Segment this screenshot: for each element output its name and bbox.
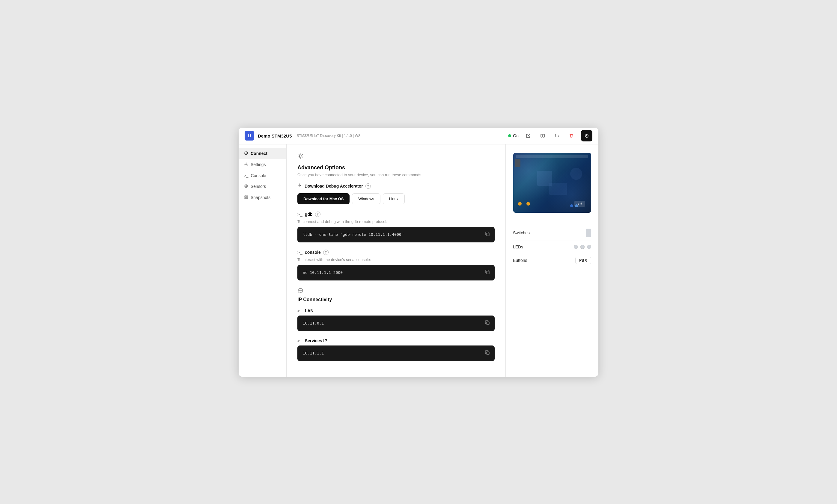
services-ip-label: Services IP [305, 338, 327, 343]
services-ip-prefix: >_ [297, 338, 302, 343]
sidebar-item-connect-label: Connect [251, 151, 267, 156]
yellow-caps [518, 202, 530, 205]
refresh-button[interactable] [552, 131, 562, 141]
console-description: To interact with the device's serial con… [297, 257, 495, 262]
usb-port [515, 159, 520, 167]
console-prefix: >_ [297, 250, 302, 255]
columns-icon [540, 133, 545, 138]
sidebar: Connect Settings >_ Console Sensors [238, 144, 287, 377]
app-window: D Demo STM32U5 STM32U5 IoT Discovery Kit… [238, 128, 599, 377]
right-panel: STi Switches LEDs [505, 144, 599, 377]
connector-strip [516, 155, 588, 158]
services-ip-section-title: >_ Services IP [297, 338, 495, 343]
sidebar-item-sensors[interactable]: Sensors [238, 181, 286, 192]
services-ip-code: 10.11.1.1 [303, 351, 324, 355]
download-help-icon[interactable]: ? [366, 183, 371, 189]
panel-section: Switches LEDs Buttons PB 0 [513, 225, 591, 268]
switches-row: Switches [513, 225, 591, 240]
device-avatar: D [245, 131, 254, 141]
ip-connectivity-section: IP Connectivity [297, 288, 495, 302]
svg-point-3 [246, 185, 247, 187]
section-description: Once you have connected to your device, … [297, 173, 495, 177]
lan-prefix: >_ [297, 308, 302, 313]
cap1 [518, 202, 522, 205]
download-btn-group: Download for Mac OS Windows Linux [297, 193, 495, 204]
download-windows-button[interactable]: Windows [352, 193, 380, 204]
download-icon [297, 183, 302, 189]
sidebar-item-sensors-label: Sensors [251, 184, 266, 189]
power-button[interactable] [581, 130, 592, 141]
refresh-icon [555, 133, 559, 138]
sidebar-item-console[interactable]: >_ Console [238, 170, 286, 181]
led2 [581, 245, 585, 249]
external-link-icon [526, 133, 531, 138]
svg-rect-10 [486, 271, 489, 274]
console-section-label: console [305, 250, 321, 255]
status-indicator: On [508, 133, 519, 138]
lan-label: LAN [305, 308, 314, 313]
gdb-code: lldb --one-line "gdb-remote 10.11.1.1:40… [303, 232, 404, 237]
console-icon: >_ [244, 174, 248, 178]
services-ip-copy-icon[interactable] [485, 350, 490, 356]
snapshots-icon [244, 195, 248, 200]
gdb-description: To connect and debug with the gdb-remote… [297, 219, 495, 224]
circle2 [575, 204, 578, 208]
switches-label: Switches [513, 230, 530, 235]
external-link-button[interactable] [523, 131, 533, 141]
advanced-options-icon [297, 153, 495, 161]
download-section-title: Download Debug Accelerator ? [297, 183, 495, 189]
svg-rect-6 [246, 196, 248, 197]
svg-rect-8 [246, 197, 248, 199]
svg-point-4 [245, 184, 248, 187]
board-image: STi [513, 153, 591, 213]
svg-rect-13 [486, 352, 489, 355]
content-area: Advanced Options Once you have connected… [287, 144, 505, 377]
lan-code-block: 10.11.0.1 [297, 316, 495, 331]
cap2 [527, 202, 530, 205]
sensors-icon [244, 184, 248, 189]
connect-icon [244, 151, 248, 156]
titlebar: D Demo STM32U5 STM32U5 IoT Discovery Kit… [238, 128, 599, 144]
download-mac-button[interactable]: Download for Mac OS [297, 193, 350, 204]
buttons-label: Buttons [513, 258, 527, 263]
console-code: nc 10.11.1.1 2000 [303, 270, 343, 275]
sidebar-item-settings-label: Settings [251, 162, 266, 167]
gdb-label: gdb [305, 212, 313, 217]
svg-rect-12 [486, 322, 489, 325]
device-meta: STM32U5 IoT Discovery Kit | 1.1.0 | WS [297, 133, 360, 138]
leds-row: LEDs [513, 240, 591, 253]
sidebar-item-snapshots-label: Snapshots [251, 195, 270, 200]
status-dot [508, 134, 511, 137]
titlebar-left: D Demo STM32U5 STM32U5 IoT Discovery Kit… [245, 131, 508, 141]
sidebar-item-snapshots[interactable]: Snapshots [238, 192, 286, 203]
svg-point-2 [246, 164, 247, 165]
buttons-value: PB 0 [575, 257, 591, 264]
circle1 [570, 204, 573, 208]
sidebar-item-settings[interactable]: Settings [238, 159, 286, 170]
lan-copy-icon[interactable] [485, 320, 490, 326]
buttons-row: Buttons PB 0 [513, 253, 591, 268]
trash-icon [569, 133, 574, 138]
sidebar-item-connect[interactable]: Connect [238, 148, 286, 159]
switch-indicator [586, 229, 591, 237]
leds-label: LEDs [513, 245, 523, 249]
delete-button[interactable] [567, 131, 576, 141]
gdb-help-icon[interactable]: ? [315, 212, 320, 217]
svg-rect-1 [543, 134, 545, 137]
console-copy-icon[interactable] [485, 270, 490, 276]
download-linux-button[interactable]: Linux [383, 193, 405, 204]
ip-connectivity-icon [297, 288, 495, 295]
gdb-copy-icon[interactable] [485, 232, 490, 238]
svg-rect-9 [486, 233, 489, 236]
gdb-prefix: >_ [297, 212, 302, 217]
columns-button[interactable] [538, 131, 547, 141]
sidebar-item-console-label: Console [251, 173, 266, 178]
led3 [587, 245, 591, 249]
section-title: Advanced Options [297, 164, 495, 171]
led-group [574, 245, 591, 249]
device-name: Demo STM32U5 [258, 133, 292, 139]
svg-rect-5 [245, 196, 246, 197]
console-help-icon[interactable]: ? [323, 250, 328, 255]
chip3 [549, 183, 567, 195]
settings-icon [244, 162, 248, 167]
